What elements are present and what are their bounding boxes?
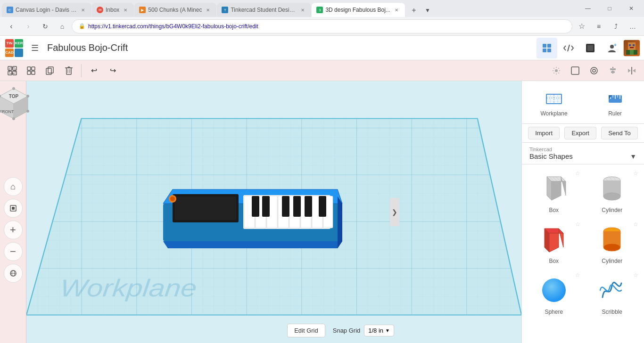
shapes-category-dropdown[interactable]: Tinkercad Basic Shapes ▼ (522, 143, 644, 164)
window-controls: — □ ✕ (577, 0, 642, 17)
tool-light-btn[interactable] (548, 62, 565, 79)
svg-rect-93 (319, 196, 326, 217)
shape-item-cylinder-orange[interactable]: ☆ Cylinder (584, 219, 641, 268)
svg-marker-49 (633, 69, 636, 73)
shape-star-sphere-blue[interactable]: ☆ (575, 272, 580, 278)
svg-point-121 (603, 193, 620, 200)
tab-close-3d-design[interactable]: ✕ (393, 6, 400, 14)
tab-close-canvas[interactable]: ✕ (79, 6, 87, 14)
forward-button[interactable]: › (21, 19, 36, 34)
new-tab-button[interactable]: + (407, 4, 421, 17)
grid-view-button[interactable] (537, 38, 557, 58)
shape-item-cylinder-gray[interactable]: ☆ Cylinder (584, 168, 641, 217)
code-view-button[interactable] (558, 38, 579, 58)
ruler-panel-button[interactable]: Ruler (595, 85, 635, 120)
box-red-label: Box (549, 258, 559, 264)
svg-text:Workplane: Workplane (59, 274, 198, 302)
tool-group-btn[interactable] (4, 62, 21, 79)
shape-star-cylinder-orange[interactable]: ☆ (633, 221, 638, 228)
shape-item-sphere-blue[interactable]: ☆ Sphere (526, 270, 582, 319)
tool-undo-btn[interactable]: ↩ (85, 62, 102, 79)
app-header: TIN KER CAD ☰ Fabulous Bojo-Crift (0, 36, 644, 60)
shape-item-box-red[interactable]: ☆ Box (526, 219, 582, 268)
tab-close-inbox[interactable]: ✕ (122, 6, 129, 14)
refresh-button[interactable]: ↻ (38, 19, 53, 34)
tool-hole-btn[interactable] (586, 62, 603, 79)
shape-item-scribble[interactable]: ☆ Scribble (584, 270, 641, 319)
tab-tinkercad-student[interactable]: T Tinkercad Student Design C ✕ (217, 3, 311, 17)
tinkercad-logo[interactable]: TIN KER CAD (2, 36, 26, 60)
box-red-icon (537, 223, 570, 256)
svg-text:FRONT: FRONT (0, 109, 14, 114)
svg-rect-1 (547, 44, 551, 48)
shape-star-box-red[interactable]: ☆ (575, 221, 580, 228)
svg-rect-17 (13, 66, 17, 70)
collapse-panel-button[interactable]: ❯ (390, 198, 399, 226)
close-button[interactable]: ✕ (620, 0, 642, 17)
tab-dropdown-button[interactable]: ▼ (421, 4, 434, 17)
shapes-category-label: Tinkercad (529, 147, 636, 152)
import-button[interactable]: Import (528, 127, 560, 139)
send-to-button[interactable]: Send To (601, 127, 637, 139)
avatar-button[interactable] (623, 40, 640, 57)
hamburger-button[interactable]: ☰ (26, 40, 43, 57)
svg-rect-88 (252, 196, 259, 217)
bottom-controls: Edit Grid Snap Grid 1/8 in ▼ (287, 324, 394, 337)
canvas-area[interactable]: Workplane (26, 81, 521, 343)
shape-star-scribble[interactable]: ☆ (633, 272, 638, 278)
cube-svg: TOP FRONT (0, 85, 33, 122)
shape-star-box-gray[interactable]: ☆ (575, 170, 580, 177)
tab-close-tinkercad-student[interactable]: ✕ (299, 6, 306, 14)
tool-duplicate-btn[interactable] (41, 62, 58, 79)
edit-grid-button[interactable]: Edit Grid (287, 324, 325, 337)
svg-rect-18 (8, 71, 12, 75)
tab-close-chunks[interactable]: ✕ (204, 6, 212, 14)
svg-rect-10 (629, 44, 631, 46)
align-icon (608, 66, 618, 75)
bookmark-button[interactable]: ☆ (574, 19, 589, 34)
read-view-button[interactable]: ≡ (591, 19, 606, 34)
export-button[interactable]: Export (564, 127, 596, 139)
svg-rect-3 (547, 49, 551, 52)
tab-inbox[interactable]: ✉ Inbox ✕ (92, 3, 134, 17)
tool-delete-btn[interactable] (60, 62, 77, 79)
tool-align-btn[interactable] (604, 62, 621, 79)
cylinder-gray-icon (595, 172, 628, 205)
settings-button[interactable]: … (625, 19, 640, 34)
cam-perspective-button[interactable] (4, 264, 23, 283)
back-button[interactable]: ‹ (4, 19, 19, 34)
shape-star-cylinder-gray[interactable]: ☆ (633, 170, 638, 177)
tool-ungroup-btn[interactable] (23, 62, 40, 79)
logo-cell-extra (15, 49, 23, 57)
tab-canvas[interactable]: C Canvas Login - Davis Schoo ✕ (2, 3, 91, 17)
app-title: Fabulous Bojo-Crift (47, 42, 537, 53)
cam-zoom-in-button[interactable]: + (4, 220, 23, 239)
sim-button[interactable] (580, 38, 601, 58)
tab-chunks[interactable]: ▶ 500 Chunks (A Minec ✕ (134, 3, 216, 17)
svg-line-40 (553, 73, 554, 73)
tool-group2-btn[interactable] (567, 62, 584, 79)
workplane-panel-button[interactable]: Workplane (531, 85, 577, 120)
svg-text:+: + (614, 43, 617, 48)
tab-label-chunks: 500 Chunks (A Minec (148, 7, 202, 13)
tool-redo-btn[interactable]: ↪ (104, 62, 121, 79)
shape-item-box-gray[interactable]: ☆ (526, 168, 582, 217)
fit-icon (9, 204, 17, 212)
piano-model[interactable] (158, 175, 347, 260)
cam-zoom-out-button[interactable]: − (4, 242, 23, 261)
code-icon (563, 43, 574, 53)
url-bar[interactable]: 🔒 https://v1.tinkercad.com/things/bG4W0k… (72, 19, 572, 33)
scribble-icon (595, 274, 628, 307)
tool-mirror-btn[interactable] (623, 62, 640, 79)
snap-value-select[interactable]: 1/8 in ▼ (364, 325, 394, 336)
home-button[interactable]: ⌂ (55, 19, 70, 34)
add-user-button[interactable]: + (602, 38, 622, 58)
maximize-button[interactable]: □ (599, 0, 620, 17)
cam-home-button[interactable]: ⌂ (4, 177, 23, 196)
svg-rect-2 (543, 49, 546, 52)
viewport-cube[interactable]: TOP FRONT (0, 85, 33, 122)
share-button[interactable]: ⤴ (608, 19, 623, 34)
cam-fit-button[interactable] (4, 199, 23, 218)
minimize-button[interactable]: — (577, 0, 599, 17)
tab-3d-design[interactable]: 3 3D design Fabulous Boj... ✕ (312, 3, 405, 17)
